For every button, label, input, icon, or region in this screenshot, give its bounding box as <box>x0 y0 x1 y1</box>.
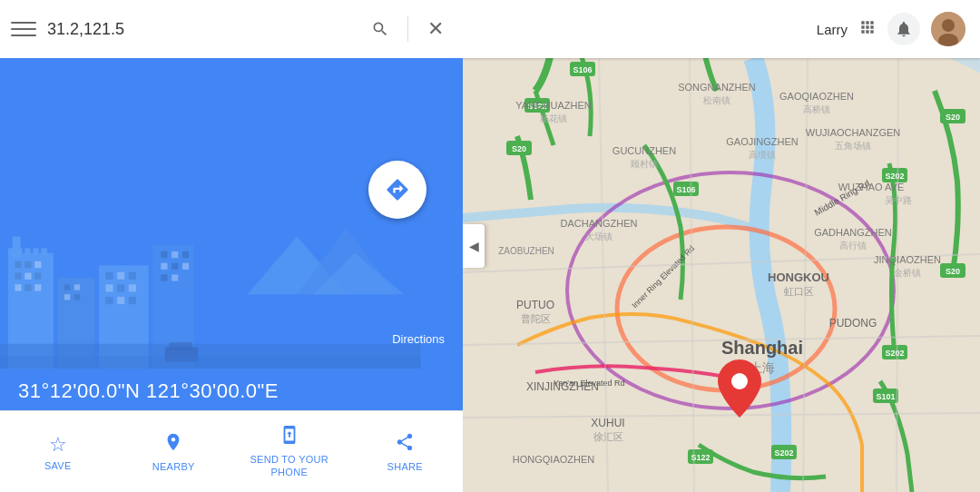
svg-rect-22 <box>64 294 70 300</box>
close-icon[interactable]: ✕ <box>419 13 452 45</box>
map-panel[interactable]: ◀ Larry <box>463 0 980 492</box>
directions-button[interactable] <box>368 161 426 219</box>
coordinates-display: 31°12'00.0"N 121°30'00.0"E <box>18 379 445 403</box>
svg-rect-38 <box>161 263 167 270</box>
svg-text:金桥镇: 金桥镇 <box>894 268 921 278</box>
svg-text:SONGNANZHEN: SONGNANZHEN <box>678 82 756 93</box>
svg-rect-13 <box>34 284 41 290</box>
svg-rect-27 <box>129 272 136 280</box>
svg-text:YANGHUAZHEN: YANGHUAZHEN <box>515 100 592 111</box>
svg-rect-31 <box>105 297 113 304</box>
notifications-icon[interactable] <box>887 13 920 45</box>
svg-text:高桥镇: 高桥镇 <box>803 104 830 114</box>
svg-text:大场镇: 大场镇 <box>585 231 612 241</box>
svg-text:XINJINGZHEN: XINJINGZHEN <box>526 380 599 393</box>
directions-label: Directions <box>392 332 445 346</box>
svg-text:S20: S20 <box>512 144 526 153</box>
svg-text:PUTUO: PUTUO <box>516 299 554 311</box>
svg-rect-32 <box>117 297 124 304</box>
svg-rect-7 <box>34 261 41 268</box>
share-icon <box>395 432 415 458</box>
user-avatar[interactable] <box>931 12 965 46</box>
svg-rect-42 <box>172 274 178 280</box>
nearby-action[interactable]: NEARBY <box>123 432 223 472</box>
send-to-phone-label: SEND TO YOURPHONE <box>250 454 328 477</box>
left-panel: 31.2,121.5 ✕ <box>0 0 463 492</box>
svg-text:普陀区: 普陀区 <box>521 313 551 324</box>
svg-rect-5 <box>15 261 21 268</box>
svg-text:PUDONG: PUDONG <box>829 317 877 330</box>
svg-text:顾村镇: 顾村镇 <box>631 159 658 169</box>
search-header: 31.2,121.5 ✕ <box>0 0 463 58</box>
svg-text:高境镇: 高境镇 <box>749 150 776 160</box>
apps-icon[interactable] <box>858 18 877 41</box>
svg-rect-46 <box>0 356 421 369</box>
svg-text:GADHANGZHEN: GADHANGZHEN <box>814 227 892 238</box>
svg-rect-39 <box>172 263 178 270</box>
svg-rect-17 <box>33 248 38 254</box>
svg-text:S106: S106 <box>573 65 592 74</box>
svg-text:DACHANGZHEN: DACHANGZHEN <box>561 218 638 229</box>
svg-rect-16 <box>24 248 30 254</box>
svg-text:WUJIAOCHANZGEN: WUJIAOCHANZGEN <box>806 127 901 138</box>
svg-text:HONGQIAOZHEN: HONGQIAOZHEN <box>513 454 595 465</box>
map-topbar: Larry <box>463 0 980 58</box>
svg-text:JINQIAOZHEN: JINQIAOZHEN <box>874 254 941 265</box>
svg-rect-8 <box>15 273 21 280</box>
svg-rect-23 <box>74 294 80 300</box>
svg-rect-28 <box>105 284 113 291</box>
save-icon: ☆ <box>49 433 67 457</box>
svg-rect-25 <box>105 272 113 280</box>
svg-text:S202: S202 <box>774 448 793 458</box>
svg-rect-10 <box>34 273 41 280</box>
svg-text:五角场镇: 五角场镇 <box>835 141 871 151</box>
action-bar: ☆ SAVE NEARBY SEND TO YOURPHONE <box>0 410 463 492</box>
svg-rect-11 <box>15 284 21 290</box>
svg-rect-26 <box>117 272 124 280</box>
svg-rect-35 <box>161 251 167 258</box>
svg-text:S202: S202 <box>885 172 904 181</box>
svg-text:S20: S20 <box>946 113 960 122</box>
svg-rect-15 <box>16 248 22 254</box>
svg-rect-9 <box>24 273 31 280</box>
svg-text:HONGKOU: HONGKOU <box>768 271 829 284</box>
save-label: SAVE <box>44 460 72 471</box>
send-to-phone-icon <box>279 425 299 450</box>
svg-text:S20: S20 <box>946 267 960 276</box>
svg-text:虹口区: 虹口区 <box>784 286 814 297</box>
collapse-panel-button[interactable]: ◀ <box>463 224 485 268</box>
send-to-phone-action[interactable]: SEND TO YOURPHONE <box>240 425 339 477</box>
svg-point-124 <box>731 373 748 389</box>
svg-text:GAOJINGZHEN: GAOJINGZHEN <box>726 136 799 147</box>
share-action[interactable]: SHARE <box>355 432 455 472</box>
svg-text:高行镇: 高行镇 <box>839 241 867 251</box>
svg-text:吴中路: 吴中路 <box>885 195 912 205</box>
share-label: SHARE <box>387 461 423 472</box>
search-input[interactable]: 31.2,121.5 <box>47 11 353 47</box>
svg-text:杨花镇: 杨花镇 <box>539 113 567 123</box>
header-divider <box>407 16 408 42</box>
svg-point-48 <box>942 19 955 32</box>
svg-rect-29 <box>117 284 124 291</box>
svg-rect-12 <box>24 284 31 290</box>
svg-rect-45 <box>169 342 191 350</box>
menu-button[interactable] <box>11 16 36 42</box>
svg-rect-41 <box>161 274 167 280</box>
svg-rect-36 <box>172 251 178 258</box>
user-name: Larry <box>817 22 848 37</box>
svg-text:XUHUI: XUHUI <box>591 417 624 429</box>
svg-text:GAOQIAOZHEN: GAOQIAOZHEN <box>779 91 854 102</box>
search-icon[interactable] <box>364 13 397 45</box>
svg-text:S202: S202 <box>885 349 904 358</box>
svg-rect-37 <box>182 251 189 258</box>
svg-rect-33 <box>129 297 136 304</box>
save-action[interactable]: ☆ SAVE <box>8 433 108 471</box>
nearby-label: NEARBY <box>152 461 195 472</box>
svg-text:GUCUNZHEN: GUCUNZHEN <box>612 145 676 156</box>
svg-text:S101: S101 <box>876 392 895 401</box>
nearby-icon <box>163 432 183 458</box>
svg-text:S106: S106 <box>676 185 695 194</box>
coordinates-section: 31°12'00.0"N 121°30'00.0"E Directions <box>0 369 463 410</box>
svg-text:Shanghai: Shanghai <box>721 338 803 358</box>
svg-rect-30 <box>129 284 136 291</box>
